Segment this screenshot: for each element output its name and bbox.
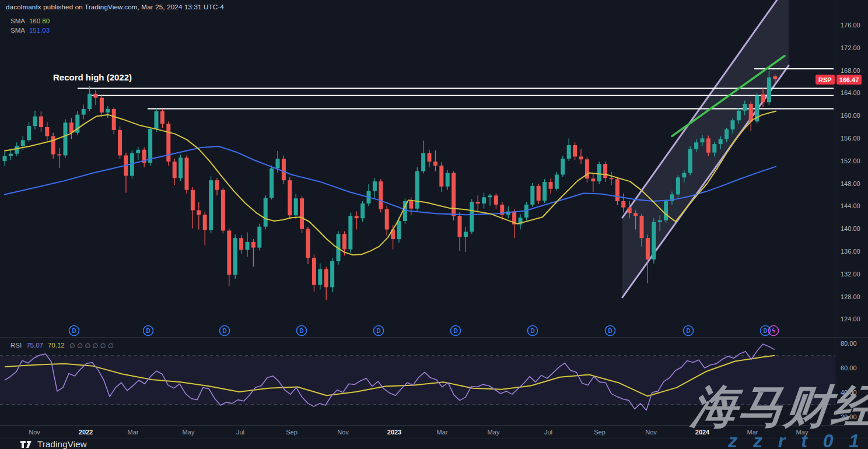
sma-fast-label: SMA xyxy=(10,17,25,24)
svg-text:D: D xyxy=(299,328,303,334)
price-tick: 172.00 xyxy=(841,44,860,51)
time-tick-month: May xyxy=(183,429,195,436)
dividend-marker[interactable]: D xyxy=(69,326,79,336)
main-chart-pane[interactable]: DDDDDDDDDDϟ xyxy=(0,0,835,337)
svg-text:ϟ: ϟ xyxy=(772,327,775,334)
svg-text:D: D xyxy=(608,328,612,334)
price-tick: 148.00 xyxy=(841,180,860,187)
tradingview-brand-text[interactable]: TradingView xyxy=(37,439,87,449)
tradingview-published-chart: { "header": { "publish_line": "dacolmanf… xyxy=(0,0,868,449)
watermark-site: z z r t 0 1 . c n xyxy=(728,430,868,449)
time-tick-month: Nov xyxy=(29,429,40,436)
timeline-markers: DDDDDDDDDDϟ xyxy=(69,326,779,336)
rsi-ma-value: 70.12 xyxy=(48,342,65,350)
dividend-marker[interactable]: D xyxy=(374,326,384,336)
rsi-tick: 60.00 xyxy=(841,364,857,371)
publish-attribution: dacolmanfx published on TradingView.com,… xyxy=(6,3,224,10)
svg-text:D: D xyxy=(763,328,767,334)
dividend-marker[interactable]: D xyxy=(684,326,694,336)
time-tick-month: Nov xyxy=(645,429,657,436)
price-axis[interactable]: 176.00172.00168.00164.00160.00156.00152.… xyxy=(835,0,868,425)
price-tick: 124.00 xyxy=(841,315,860,322)
price-tick: 128.00 xyxy=(841,293,860,300)
legend-rsi[interactable]: RSI 75.07 70.12 ∅ ∅ ∅ ∅ ∅ ∅ xyxy=(10,342,114,350)
last-price-value: 166.47 xyxy=(836,75,862,85)
price-tick: 168.00 xyxy=(841,67,860,74)
time-tick-month: Mar xyxy=(128,429,139,436)
time-tick-month: Nov xyxy=(337,429,349,436)
sma-slow-value: 151.03 xyxy=(29,27,50,34)
time-tick-month: Jul xyxy=(236,429,244,436)
record-high-annotation: Record high (2022) xyxy=(53,72,132,82)
time-tick-month: Sep xyxy=(594,429,606,436)
dividend-marker[interactable]: D xyxy=(528,326,538,336)
last-price-badge: RSP 166.47 xyxy=(816,75,862,85)
time-tick-month: Sep xyxy=(286,429,298,436)
time-tick-year: 2023 xyxy=(387,429,401,436)
price-tick: 160.00 xyxy=(841,112,860,119)
dividend-marker[interactable]: D xyxy=(220,326,230,336)
price-tick: 164.00 xyxy=(841,89,860,96)
pane-separator[interactable] xyxy=(0,337,868,338)
price-tick: 152.00 xyxy=(841,157,860,164)
legend-sma-fast[interactable]: SMA 160.80 xyxy=(10,17,50,24)
time-tick-year: 2022 xyxy=(79,429,93,436)
rsi-value: 75.07 xyxy=(26,342,43,350)
dividend-marker[interactable]: D xyxy=(144,326,153,336)
sma-fast-value: 160.80 xyxy=(29,17,50,24)
svg-text:D: D xyxy=(530,328,534,334)
svg-text:D: D xyxy=(72,328,76,334)
svg-text:D: D xyxy=(686,328,690,334)
dividend-marker[interactable]: D xyxy=(606,326,615,336)
rsi-hidden-values: ∅ ∅ ∅ ∅ ∅ ∅ xyxy=(69,342,114,350)
price-tick: 156.00 xyxy=(841,135,860,142)
legend-sma-slow[interactable]: SMA 151.03 xyxy=(10,27,50,34)
price-tick: 144.00 xyxy=(841,202,860,209)
svg-text:D: D xyxy=(453,328,457,334)
price-tick: 136.00 xyxy=(841,248,860,255)
time-tick-month: Jul xyxy=(544,429,552,436)
tradingview-logo-icon[interactable] xyxy=(20,440,33,449)
price-tick: 132.00 xyxy=(841,271,860,278)
svg-text:D: D xyxy=(376,328,380,334)
rsi-tick: 80.00 xyxy=(841,340,857,347)
rsi-label: RSI xyxy=(10,342,22,350)
watermark-chinese: 海马财经 xyxy=(688,377,868,438)
svg-text:D: D xyxy=(146,328,150,334)
price-tick: 140.00 xyxy=(841,225,860,232)
dividend-marker[interactable]: D xyxy=(297,326,307,336)
sma-slow-label: SMA xyxy=(10,27,25,34)
time-tick-month: May xyxy=(488,429,500,436)
time-tick-month: Mar xyxy=(437,429,448,436)
price-tick: 176.00 xyxy=(841,22,860,29)
dividend-marker[interactable]: D xyxy=(451,326,461,336)
svg-text:D: D xyxy=(222,328,226,334)
ticker-tag: RSP xyxy=(816,75,835,85)
